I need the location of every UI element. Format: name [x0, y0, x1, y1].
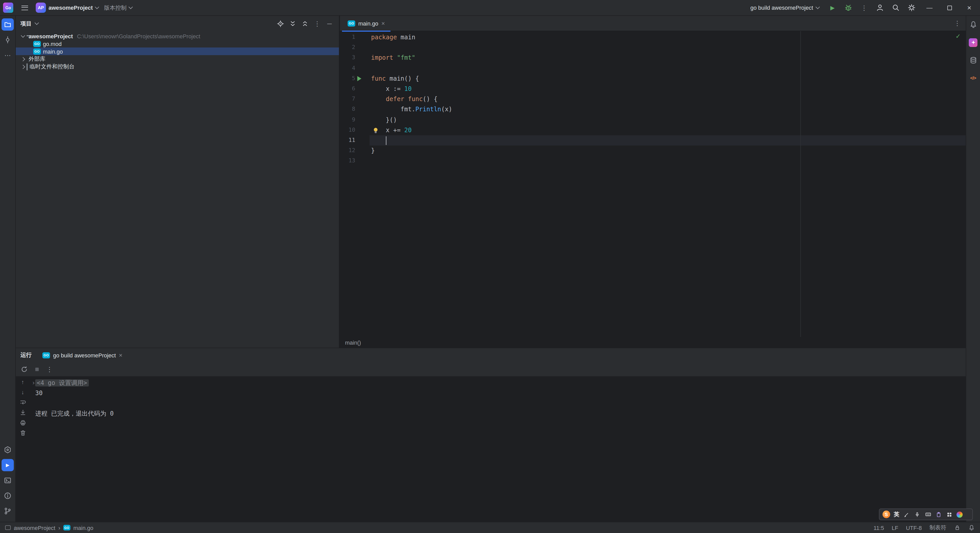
line-number-9[interactable]: 9 — [340, 115, 355, 125]
code-line-11[interactable] — [371, 135, 966, 145]
panel-options-button[interactable]: ⋮ — [312, 19, 322, 28]
ime-language-toggle[interactable]: 英 — [894, 511, 899, 518]
tab-main-go[interactable]: GO main.go × — [342, 16, 390, 31]
line-separator-widget[interactable]: LF — [892, 525, 898, 531]
settings-button[interactable] — [906, 2, 917, 13]
expand-all-button[interactable] — [288, 19, 298, 28]
ime-keyboard-button[interactable] — [924, 511, 932, 518]
line-number-2[interactable]: 2 — [340, 42, 355, 53]
inspections-status-icon[interactable]: ✓ — [956, 33, 961, 40]
run-config-selector[interactable]: go build awesomeProject — [750, 5, 819, 11]
code-line-8[interactable]: fmt.Println(x) — [371, 104, 966, 115]
folded-console-text[interactable]: <4 go 设置调用> — [35, 379, 89, 387]
code-line-5[interactable]: func main() { — [371, 73, 966, 84]
prev-occurrence-button[interactable]: ↑ — [19, 378, 26, 385]
encoding-widget[interactable]: UTF-8 — [906, 525, 922, 531]
caret-position-widget[interactable]: 11:5 — [873, 525, 884, 531]
ime-voice-button[interactable] — [914, 511, 921, 518]
line-number-6[interactable]: 6 — [340, 84, 355, 94]
code-line-13[interactable] — [371, 156, 966, 166]
console-options-button[interactable]: ⋮ — [45, 364, 55, 374]
maximize-button[interactable] — [942, 0, 957, 16]
vcs-widget[interactable]: 版本控制 — [104, 4, 132, 11]
minimize-button[interactable]: — — [922, 0, 937, 16]
line-number-8[interactable]: 8 — [340, 104, 355, 115]
search-everywhere-button[interactable] — [890, 2, 901, 13]
code-line-7[interactable]: defer func() { — [371, 94, 966, 104]
status-file[interactable]: main.go — [73, 525, 93, 531]
tree-item-临时文件和控制台[interactable]: 临时文件和控制台 — [16, 63, 339, 70]
rerun-button[interactable] — [19, 364, 29, 374]
soft-wrap-button[interactable] — [19, 399, 26, 406]
indent-widget[interactable]: 制表符 — [929, 524, 946, 531]
line-number-10[interactable]: 10 — [340, 125, 355, 135]
chevron-right-icon[interactable] — [19, 57, 27, 60]
more-actions-button[interactable]: ⋮ — [859, 2, 870, 13]
main-menu-button[interactable] — [19, 2, 30, 13]
run-tool-button[interactable]: ▶ — [2, 459, 14, 471]
select-opened-file-button[interactable] — [275, 19, 285, 28]
sogou-logo-icon[interactable]: S — [883, 511, 890, 518]
code-with-me-button[interactable] — [874, 2, 886, 13]
print-button[interactable] — [19, 419, 26, 426]
ime-toolbox-icon[interactable] — [956, 511, 963, 517]
line-number-11[interactable]: 11 — [340, 135, 355, 145]
terminal-tool-button[interactable] — [2, 474, 14, 487]
code-line-3[interactable]: import "fmt" — [371, 53, 966, 63]
close-button[interactable]: × — [962, 0, 977, 16]
ai-assistant-button[interactable] — [967, 37, 979, 48]
readonly-toggle[interactable] — [954, 524, 961, 531]
code-line-4[interactable] — [371, 63, 966, 73]
ime-pen-button[interactable] — [903, 511, 910, 518]
code-line-6[interactable]: x := 10 — [371, 84, 966, 94]
services-tool-button[interactable] — [2, 444, 14, 456]
commit-tool-button[interactable] — [2, 34, 14, 46]
notifications-status-button[interactable] — [968, 524, 975, 531]
more-tool-windows-button[interactable]: ⋯ — [2, 49, 14, 61]
next-occurrence-button[interactable]: ↓ — [19, 388, 26, 396]
code-tool-button[interactable]: </> — [967, 73, 979, 84]
project-panel-title[interactable]: 项目 — [21, 20, 32, 27]
line-number-7[interactable]: 7 — [340, 94, 355, 104]
tree-item-go.mod[interactable]: GOgo.mod — [16, 40, 339, 48]
chevron-down-icon[interactable] — [35, 21, 39, 25]
run-tab-close-icon[interactable]: × — [119, 352, 123, 359]
code-line-2[interactable] — [371, 42, 966, 53]
hide-panel-button[interactable]: — — [325, 19, 334, 28]
debug-button[interactable] — [843, 2, 854, 13]
line-number-12[interactable]: 12 — [340, 145, 355, 156]
ime-apps-button[interactable] — [946, 511, 953, 518]
ime-clipboard-button[interactable] — [935, 511, 942, 518]
stop-button[interactable] — [32, 364, 42, 374]
project-tool-button[interactable] — [2, 18, 14, 31]
chevron-right-icon[interactable] — [19, 65, 27, 68]
run-tab[interactable]: GO go build awesomeProject × — [42, 352, 123, 359]
code-line-9[interactable]: }() — [371, 115, 966, 125]
project-widget[interactable]: AP awesomeProject — [36, 3, 99, 13]
chevron-down-icon[interactable] — [19, 35, 27, 38]
clear-all-button[interactable] — [19, 430, 26, 436]
scroll-to-end-button[interactable] — [19, 409, 26, 416]
line-number-4[interactable]: 4 — [340, 63, 355, 73]
tree-item-外部库[interactable]: 外部库 — [16, 55, 339, 63]
line-number-1[interactable]: 1 — [340, 32, 355, 42]
tab-close-icon[interactable]: × — [381, 20, 385, 27]
problems-tool-button[interactable] — [2, 490, 14, 502]
line-number-13[interactable]: 13 — [340, 156, 355, 166]
run-console[interactable]: ↑ ↓ — [16, 376, 966, 522]
status-project[interactable]: awesomeProject — [14, 525, 56, 531]
tree-item-awesomeProject[interactable]: awesomeProjectC:\Users\meowr\GolandProje… — [16, 32, 339, 40]
database-button[interactable] — [967, 55, 979, 66]
line-number-5[interactable]: 5 — [340, 73, 355, 84]
code-editor[interactable]: 12345678910111213 package mainimport "fm… — [340, 31, 966, 337]
run-gutter-icon[interactable] — [357, 76, 361, 81]
notifications-button[interactable] — [967, 19, 979, 30]
collapse-all-button[interactable] — [300, 19, 310, 28]
code-line-12[interactable]: } — [371, 145, 966, 156]
version-control-tool-button[interactable] — [2, 505, 14, 517]
line-number-3[interactable]: 3 — [340, 53, 355, 63]
tab-options-button[interactable]: ⋮ — [954, 19, 961, 27]
tree-item-main.go[interactable]: GOmain.go — [16, 48, 339, 55]
code-line-10[interactable]: x += 20 — [371, 125, 966, 135]
run-button[interactable]: ▶ — [827, 2, 838, 13]
